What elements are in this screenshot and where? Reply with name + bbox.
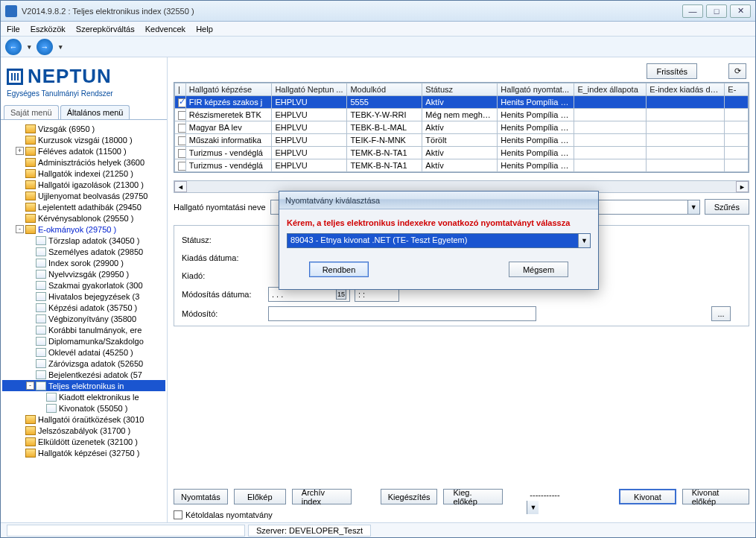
tree-item[interactable]: Kivonatok (55050 )	[2, 402, 165, 414]
bottom-combo[interactable]: ----------- ▼	[527, 489, 613, 504]
scroll-left-icon[interactable]: ◄	[174, 181, 187, 192]
tree-expand-icon[interactable]: +	[16, 147, 24, 155]
help-icon-button[interactable]: ⟳	[728, 63, 746, 79]
column-header[interactable]: |	[175, 83, 186, 96]
row-checkbox[interactable]	[178, 136, 185, 145]
tree-item[interactable]: Diplomamunka/Szakdolgo	[2, 335, 165, 346]
tree-item[interactable]: -Teljes elektronikus in	[2, 380, 165, 391]
tree-item[interactable]: Ujjlenyomat beolvasás (29750	[2, 190, 165, 201]
table-row[interactable]: FIR képzés szakos jEHPLVU5555AktívHenits…	[175, 96, 749, 109]
menu-favorites[interactable]: Kedvencek	[145, 25, 185, 34]
archive-index-button[interactable]: Archív index	[292, 489, 352, 504]
document-icon	[36, 247, 46, 256]
refresh-button[interactable]: Frissítés	[647, 63, 697, 79]
tree-item[interactable]: Kurzusok vizsgái (18000 )	[2, 134, 165, 145]
minimize-button[interactable]: —	[682, 4, 703, 18]
tree-item[interactable]: Bejelentkezési adatok (57	[2, 369, 165, 380]
tab-own-menu[interactable]: Saját menü	[4, 105, 59, 119]
row-checkbox[interactable]	[178, 162, 185, 171]
chevron-down-icon[interactable]: ▼	[578, 234, 590, 247]
modifier-browse-button[interactable]: ...	[711, 306, 731, 321]
tree-item[interactable]: Személyes adatok (29850	[2, 246, 165, 257]
tree-item[interactable]: Kérvénysablonok (29550 )	[2, 212, 165, 224]
scroll-right-icon[interactable]: ►	[736, 181, 749, 192]
tree-item[interactable]: Oklevél adatai (45250 )	[2, 346, 165, 358]
tree-view[interactable]: Vizsgák (6950 )Kurzusok vizsgái (18000 )…	[1, 120, 167, 522]
nav-forward-dropdown[interactable]: ▾	[56, 39, 65, 55]
tree-item[interactable]: Index sorok (29900 )	[2, 257, 165, 268]
row-checkbox[interactable]	[178, 149, 185, 158]
extract-preview-button[interactable]: Kivonat előkép	[682, 489, 749, 504]
tree-expand-icon[interactable]: -	[16, 225, 24, 233]
row-checkbox[interactable]	[178, 124, 185, 133]
chevron-down-icon[interactable]: ▼	[687, 200, 699, 214]
nav-forward-button[interactable]: →	[36, 39, 53, 55]
tree-item[interactable]: Szakmai gyakorlatok (300	[2, 279, 165, 291]
column-header[interactable]: Hallgató Neptun ...	[272, 83, 347, 96]
table-row[interactable]: Turizmus - vendégláEHPLVUTEMK-B-N-TA1Akt…	[175, 159, 749, 172]
tree-item[interactable]: Végbizonyítvány (35800	[2, 313, 165, 324]
column-header[interactable]: Hallgató képzése	[185, 83, 272, 96]
tree-item[interactable]: Hallgatói igazolások (21300 )	[2, 179, 165, 190]
logo-brand: NEPTUN	[28, 65, 112, 88]
tree-item[interactable]: Képzési adatok (35750 )	[2, 302, 165, 313]
tree-item[interactable]: Törzslap adatok (34050 )	[2, 235, 165, 246]
table-row[interactable]: Részismeretek BTKEHPLVUTEBK-Y-W-RRIMég n…	[175, 109, 749, 121]
tree-item[interactable]: Jelszószabályok (31700 )	[2, 425, 165, 436]
column-header[interactable]: E-	[725, 83, 749, 96]
twosided-checkbox[interactable]	[174, 510, 182, 519]
supplement-button[interactable]: Kiegészítés	[381, 489, 438, 504]
tree-item[interactable]: Elküldött üzenetek (32100 )	[2, 436, 165, 447]
nav-back-button[interactable]: ←	[5, 39, 22, 55]
tree-item[interactable]: Adminisztrációs helyek (3600	[2, 156, 165, 168]
tree-item-label: Bejelentkezési adatok (57	[48, 370, 142, 379]
tree-item[interactable]: Hallgatói óraütközések (3010	[2, 414, 165, 425]
calendar-icon[interactable]: 15	[336, 289, 346, 300]
tree-item[interactable]: Nyelvvizsgák (29950 )	[2, 268, 165, 279]
tree-item[interactable]: Hallgatók indexei (21250 )	[2, 168, 165, 179]
column-header[interactable]: E_index állapota	[574, 83, 647, 96]
column-header[interactable]: Státusz	[422, 83, 498, 96]
tree-item[interactable]: Hallgatók képzései (32750 )	[2, 447, 165, 458]
tree-item[interactable]: Hivatalos bejegyzések (3	[2, 291, 165, 302]
table-cell	[574, 134, 647, 147]
table-row[interactable]: Magyar BA levEHPLVUTEBK-B-L-MALAktívHeni…	[175, 121, 749, 134]
table-cell	[574, 159, 647, 172]
tree-item[interactable]: -E-okmányok (29750 )	[2, 224, 165, 235]
maximize-button[interactable]: □	[706, 4, 727, 18]
print-button[interactable]: Nyomtatás	[174, 489, 228, 504]
menu-roleswitch[interactable]: Szerepkörváltás	[76, 25, 135, 34]
dialog-ok-button[interactable]: Rendben	[309, 262, 369, 277]
document-icon	[36, 359, 46, 368]
row-checkbox[interactable]	[178, 111, 185, 120]
close-button[interactable]: ✕	[730, 4, 751, 18]
table-cell: Aktív	[422, 159, 498, 172]
tree-item[interactable]: Lejelentett adathibák (29450	[2, 201, 165, 212]
tree-item[interactable]: Vizsgák (6950 )	[2, 123, 165, 134]
nav-back-dropdown[interactable]: ▾	[25, 39, 34, 55]
column-header[interactable]: E-index kiadás dá...	[647, 83, 725, 96]
modifier-input[interactable]	[268, 306, 536, 321]
data-grid[interactable]: |Hallgató képzéseHallgató Neptun ...Modu…	[174, 82, 749, 173]
row-checkbox[interactable]	[178, 98, 185, 107]
dialog-template-combo[interactable]: 89043 - Etnya kivonat .NET (TE- Teszt Eg…	[287, 233, 591, 248]
table-cell	[725, 121, 749, 134]
table-row[interactable]: Turizmus - vendégláEHPLVUTEMK-B-N-TA1Akt…	[175, 147, 749, 159]
filter-button[interactable]: Szűrés	[705, 199, 749, 215]
tree-item[interactable]: Korábbi tanulmányok, ere	[2, 324, 165, 335]
tab-general-menu[interactable]: Általános menü	[60, 105, 130, 119]
preview-button[interactable]: Előkép	[234, 489, 286, 504]
table-row[interactable]: Műszaki informatikaEHPLVUTEIK-F-N-MNKTör…	[175, 134, 749, 147]
tree-item[interactable]: Záróvizsga adatok (52650	[2, 358, 165, 369]
menu-help[interactable]: Help	[196, 25, 213, 34]
tree-item[interactable]: Kiadott elektronikus le	[2, 391, 165, 402]
menu-tools[interactable]: Eszközök	[31, 25, 66, 34]
column-header[interactable]: Modulkód	[347, 83, 422, 96]
tree-item[interactable]: +Féléves adatok (11500 )	[2, 145, 165, 156]
tree-expand-icon[interactable]: -	[26, 382, 34, 390]
column-header[interactable]: Hallgató nyomtat...	[498, 83, 574, 96]
menu-file[interactable]: File	[7, 25, 20, 34]
extract-button[interactable]: Kivonat	[619, 489, 676, 504]
dialog-cancel-button[interactable]: Mégsem	[509, 262, 568, 277]
supplement-preview-button[interactable]: Kieg. előkép	[443, 489, 503, 504]
